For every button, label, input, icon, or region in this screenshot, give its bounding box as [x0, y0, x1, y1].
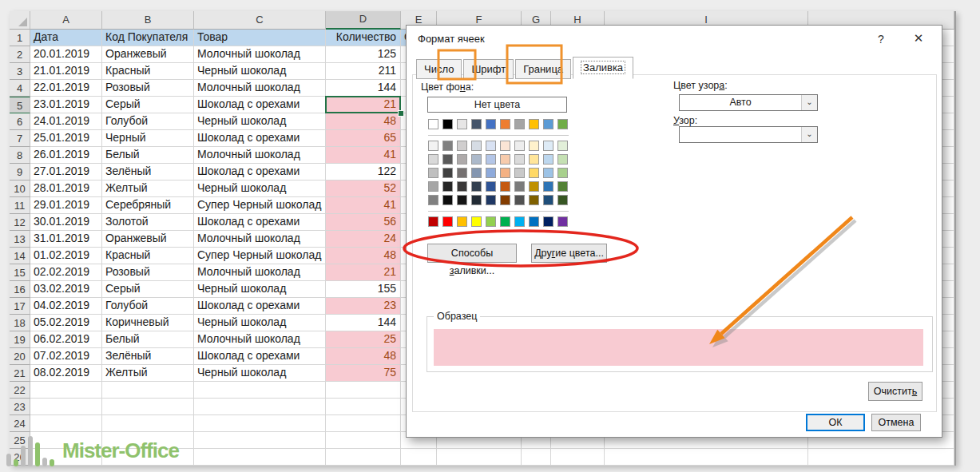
row-header-21[interactable]: 21: [10, 365, 30, 382]
cell-code[interactable]: Голубой: [102, 113, 194, 130]
cell-header-code[interactable]: Код Покупателя: [102, 30, 194, 46]
cell-qty[interactable]: 65: [326, 130, 401, 147]
cell-qty[interactable]: 144: [326, 315, 401, 331]
pattern-color-select[interactable]: Авто ⌄: [679, 94, 818, 111]
color-swatch[interactable]: [471, 195, 482, 205]
color-swatch[interactable]: [471, 216, 482, 227]
cell-code[interactable]: Оранжевый: [102, 46, 194, 63]
grid-cell[interactable]: [522, 449, 551, 466]
grid-cell[interactable]: [194, 432, 326, 449]
grid-cell[interactable]: [326, 415, 401, 432]
cell-code[interactable]: Белый: [102, 331, 194, 348]
grid-cell[interactable]: [194, 449, 326, 466]
color-swatch[interactable]: [428, 181, 438, 192]
color-swatch[interactable]: [442, 216, 453, 227]
row-header-7[interactable]: 7: [10, 130, 30, 147]
cell-date[interactable]: 30.01.2019: [30, 214, 102, 231]
grid-cell[interactable]: [437, 449, 522, 466]
row-header-3[interactable]: 3: [10, 63, 30, 80]
help-icon[interactable]: ?: [873, 33, 889, 46]
cell-date[interactable]: 07.02.2019: [30, 348, 102, 365]
color-swatch[interactable]: [529, 168, 539, 178]
row-header-12[interactable]: 12: [10, 214, 30, 231]
cell-date[interactable]: 03.02.2019: [30, 281, 102, 298]
cell-qty[interactable]: 21: [326, 264, 401, 281]
fill-effects-button[interactable]: Способы заливки...: [427, 244, 517, 263]
cell-product[interactable]: Шоколад с орехами: [194, 348, 326, 365]
color-swatch[interactable]: [442, 141, 453, 151]
cell-qty[interactable]: 41: [326, 147, 401, 164]
color-swatch[interactable]: [543, 181, 553, 192]
color-swatch[interactable]: [486, 119, 496, 129]
cell-qty[interactable]: 122: [326, 164, 401, 180]
cell-date[interactable]: 31.01.2019: [30, 231, 102, 248]
cell-qty[interactable]: 21: [326, 97, 401, 113]
color-swatch[interactable]: [514, 141, 525, 151]
cell-product[interactable]: Молочный шоколад: [194, 46, 326, 63]
cell-qty[interactable]: 125: [326, 46, 401, 63]
color-swatch[interactable]: [514, 195, 525, 205]
row-header-20[interactable]: 20: [10, 348, 30, 365]
color-swatch[interactable]: [428, 141, 438, 151]
row-header-22[interactable]: 22: [10, 382, 30, 399]
close-icon[interactable]: ✕: [910, 31, 927, 46]
cell-code[interactable]: Голубой: [102, 298, 194, 315]
row-header-11[interactable]: 11: [10, 197, 30, 214]
color-swatch[interactable]: [543, 216, 553, 227]
tab-число[interactable]: Число: [416, 59, 462, 79]
cell-qty[interactable]: 48: [326, 248, 401, 264]
cell-qty[interactable]: 144: [326, 80, 401, 97]
row-header-15[interactable]: 15: [10, 264, 30, 281]
cell-qty[interactable]: 41: [326, 197, 401, 214]
cell-qty[interactable]: 155: [326, 281, 401, 298]
row-header-14[interactable]: 14: [10, 248, 30, 264]
grid-cell[interactable]: [102, 399, 194, 415]
color-swatch[interactable]: [514, 181, 525, 192]
cell-date[interactable]: 27.01.2019: [30, 164, 102, 180]
cell-qty[interactable]: 211: [326, 63, 401, 80]
color-swatch[interactable]: [529, 119, 539, 129]
cell-code[interactable]: Серый: [102, 281, 194, 298]
color-swatch[interactable]: [486, 154, 496, 165]
cell-product[interactable]: Молочный шоколад: [194, 80, 326, 97]
cell-qty[interactable]: 52: [326, 180, 401, 197]
more-colors-button[interactable]: Другие цвета...: [531, 244, 607, 263]
color-swatch[interactable]: [557, 168, 568, 178]
cell-date[interactable]: 06.02.2019: [30, 331, 102, 348]
grid-cell[interactable]: [401, 449, 437, 466]
color-swatch[interactable]: [514, 119, 525, 129]
grid-cell[interactable]: [194, 382, 326, 399]
color-swatch[interactable]: [543, 141, 553, 151]
color-swatch[interactable]: [514, 216, 525, 227]
column-header-A[interactable]: A: [30, 11, 102, 30]
cell-code[interactable]: Розовый: [102, 80, 194, 97]
chevron-down-icon[interactable]: ⌄: [801, 127, 817, 142]
color-swatch[interactable]: [457, 216, 467, 227]
cell-product[interactable]: Шоколад с орехами: [194, 214, 326, 231]
color-swatch[interactable]: [471, 168, 482, 178]
tab-заливка[interactable]: Заливка: [573, 57, 633, 79]
pattern-select[interactable]: ⌄: [679, 126, 818, 143]
cell-date[interactable]: 01.02.2019: [30, 248, 102, 264]
color-swatch[interactable]: [514, 168, 525, 178]
color-swatch[interactable]: [442, 195, 453, 205]
row-header-5[interactable]: 5: [10, 97, 30, 113]
cell-product[interactable]: Черный шоколад: [194, 63, 326, 80]
color-swatch[interactable]: [500, 168, 510, 178]
column-header-B[interactable]: B: [102, 11, 194, 30]
fill-handle[interactable]: [398, 110, 404, 117]
color-swatch[interactable]: [500, 141, 510, 151]
cell-date[interactable]: 20.01.2019: [30, 46, 102, 63]
cell-date[interactable]: 24.01.2019: [30, 113, 102, 130]
color-swatch[interactable]: [428, 119, 438, 129]
cell-date[interactable]: 23.01.2019: [30, 97, 102, 113]
select-all-corner[interactable]: [10, 11, 30, 30]
row-header-6[interactable]: 6: [10, 113, 30, 130]
cell-product[interactable]: Молочный шоколад: [194, 231, 326, 248]
cell-date[interactable]: 04.02.2019: [30, 298, 102, 315]
cell-date[interactable]: 21.01.2019: [30, 63, 102, 80]
no-color-button[interactable]: Нет цвета: [427, 97, 567, 113]
cell-product[interactable]: Шоколад с орехами: [194, 97, 326, 113]
color-swatch[interactable]: [486, 168, 496, 178]
color-swatch[interactable]: [428, 195, 438, 205]
